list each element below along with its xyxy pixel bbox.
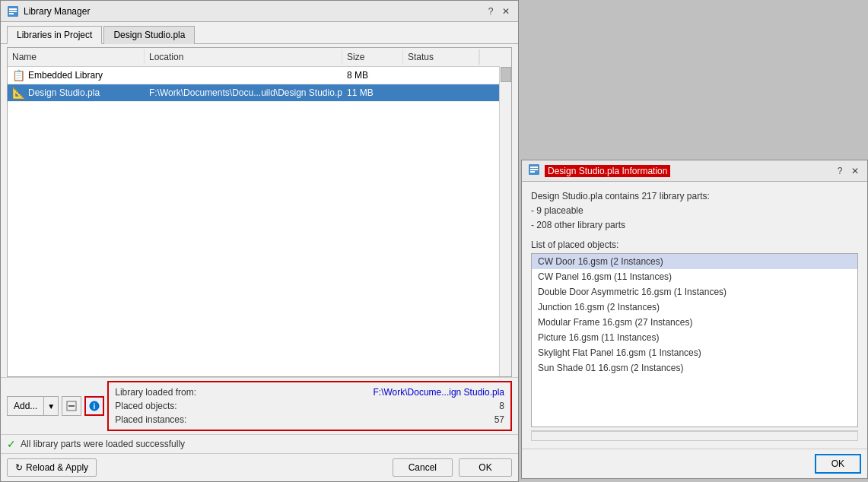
list-item[interactable]: Sun Shade 01 16.gsm (2 Instances): [532, 360, 857, 376]
status-bar: ✓ All library parts were loaded successf…: [1, 434, 518, 453]
placed-instances-label: Placed instances:: [115, 414, 186, 425]
design-studio-icon: 📐: [12, 87, 25, 99]
svg-rect-9: [530, 166, 538, 168]
col-status: Status: [403, 49, 479, 65]
svg-rect-3: [9, 13, 14, 14]
list-item[interactable]: CW Panel 16.gsm (11 Instances): [532, 269, 857, 284]
library-loaded-row: Library loaded from: F:\Work\Docume...ig…: [115, 385, 504, 399]
list-label: List of placed objects:: [531, 239, 858, 250]
info-popup-window: Design Studio.pla Information ? ✕ Design…: [521, 160, 868, 479]
titlebar: Library Manager ? ✕: [1, 1, 518, 22]
cell-size: 11 MB: [342, 84, 403, 101]
status-message: All library parts were loaded successful…: [21, 439, 185, 449]
dropdown-arrow[interactable]: ▼: [44, 397, 58, 415]
placed-instances-value: 57: [494, 414, 504, 425]
library-info-panel: Library loaded from: F:\Work\Docume...ig…: [107, 381, 512, 431]
reload-label: Reload & Apply: [26, 462, 88, 473]
info-button[interactable]: i: [84, 396, 104, 416]
library-loaded-label: Library loaded from:: [115, 387, 196, 398]
tabs-bar: Libraries in Project Design Studio.pla: [1, 22, 518, 44]
table-header: Name Location Size Status: [8, 48, 511, 67]
popup-ok-button[interactable]: OK: [815, 454, 861, 474]
cell-name: 📐 Design Studio.pla: [8, 84, 145, 101]
list-item[interactable]: Skylight Flat Panel 16.gsm (1 Instances): [532, 345, 857, 360]
cancel-button[interactable]: Cancel: [393, 458, 453, 477]
ok-button[interactable]: OK: [459, 458, 512, 477]
cell-location: [145, 67, 342, 84]
list-item[interactable]: CW Door 16.gsm (2 Instances): [532, 254, 857, 269]
placed-objects-list[interactable]: CW Door 16.gsm (2 Instances) CW Panel 16…: [531, 253, 858, 427]
table-row[interactable]: 📐 Design Studio.pla F:\Work\Documents\Do…: [8, 84, 511, 102]
titlebar-left: Library Manager: [7, 5, 90, 17]
desc-line3: - 208 other library parts: [531, 218, 858, 233]
col-size: Size: [342, 49, 403, 65]
scrollbar-thumb: [501, 67, 511, 82]
bottom-buttons: ↻ Reload & Apply Cancel OK: [1, 453, 518, 481]
tab-design-studio[interactable]: Design Studio.pla: [103, 26, 195, 44]
window-title: Library Manager: [24, 6, 90, 17]
popup-titlebar: Design Studio.pla Information ? ✕: [522, 160, 867, 182]
col-location: Location: [145, 49, 342, 65]
cell-size: 8 MB: [342, 67, 403, 84]
horizontal-scrollbar[interactable]: [531, 430, 858, 441]
close-button[interactable]: ✕: [500, 5, 512, 17]
popup-close-button[interactable]: ✕: [849, 165, 861, 177]
table-scrollbar[interactable]: [499, 66, 511, 376]
embedded-library-icon: 📋: [12, 69, 25, 81]
desc-line2: - 9 placeable: [531, 204, 858, 218]
reload-icon: ↻: [15, 462, 23, 473]
svg-rect-1: [9, 8, 17, 10]
svg-rect-10: [530, 169, 538, 170]
app-icon: [7, 5, 19, 17]
cell-status: [403, 84, 479, 101]
reload-apply-button[interactable]: ↻ Reload & Apply: [7, 458, 97, 477]
placed-objects-value: 8: [499, 401, 504, 411]
design-studio-name: Design Studio.pla: [28, 87, 100, 98]
add-label: Add...: [8, 397, 44, 415]
add-button[interactable]: Add... ▼: [7, 396, 59, 416]
col-name: Name: [8, 49, 145, 65]
list-item[interactable]: Junction 16.gsm (2 Instances): [532, 300, 857, 315]
library-table-container: Name Location Size Status 📋 Embedded Lib…: [7, 47, 512, 377]
scroll-track: [531, 431, 858, 441]
popup-app-icon: [528, 163, 540, 178]
scrollbar-header: [479, 49, 491, 65]
list-item[interactable]: Picture 16.gsm (11 Instances): [532, 330, 857, 345]
desc-line1: Design Studio.pla contains 217 library p…: [531, 189, 858, 204]
embedded-library-name: Embedded Library: [28, 70, 103, 81]
popup-controls: ? ✕: [834, 165, 861, 177]
svg-text:i: i: [94, 402, 96, 411]
placed-objects-label: Placed objects:: [115, 401, 176, 411]
cell-location: F:\Work\Documents\Docu...uild\Design Stu…: [145, 84, 342, 101]
table-row[interactable]: 📋 Embedded Library 8 MB: [8, 67, 511, 84]
placed-objects-row: Placed objects: 8: [115, 399, 504, 413]
toolbar: Add... ▼ i Library loaded from: F:\Work\…: [1, 377, 518, 434]
list-item[interactable]: Modular Frame 16.gsm (27 Instances): [532, 315, 857, 330]
placed-instances-row: Placed instances: 57: [115, 413, 504, 427]
remove-button[interactable]: [62, 396, 81, 416]
library-loaded-link[interactable]: F:\Work\Docume...ign Studio.pla: [373, 387, 504, 398]
popup-titlebar-left: Design Studio.pla Information: [528, 163, 670, 178]
svg-rect-2: [9, 11, 17, 12]
popup-help-button[interactable]: ?: [834, 165, 846, 177]
library-manager-window: Library Manager ? ✕ Libraries in Project…: [0, 0, 519, 482]
tab-libraries-in-project[interactable]: Libraries in Project: [7, 26, 102, 44]
status-check-icon: ✓: [7, 438, 16, 450]
popup-description: Design Studio.pla contains 217 library p…: [531, 189, 858, 233]
cell-name: 📋 Embedded Library: [8, 67, 145, 84]
help-button[interactable]: ?: [485, 5, 497, 17]
svg-rect-11: [530, 171, 535, 173]
list-item[interactable]: Double Door Asymmetric 16.gsm (1 Instanc…: [532, 284, 857, 300]
titlebar-controls: ? ✕: [485, 5, 512, 17]
cell-status: [403, 67, 479, 84]
table-body: 📋 Embedded Library 8 MB 📐 Design Studio.…: [8, 67, 511, 377]
popup-title: Design Studio.pla Information: [545, 165, 670, 177]
popup-content: Design Studio.pla contains 217 library p…: [522, 182, 867, 449]
action-buttons: Cancel OK: [393, 458, 512, 477]
popup-bottom: OK: [522, 449, 867, 478]
